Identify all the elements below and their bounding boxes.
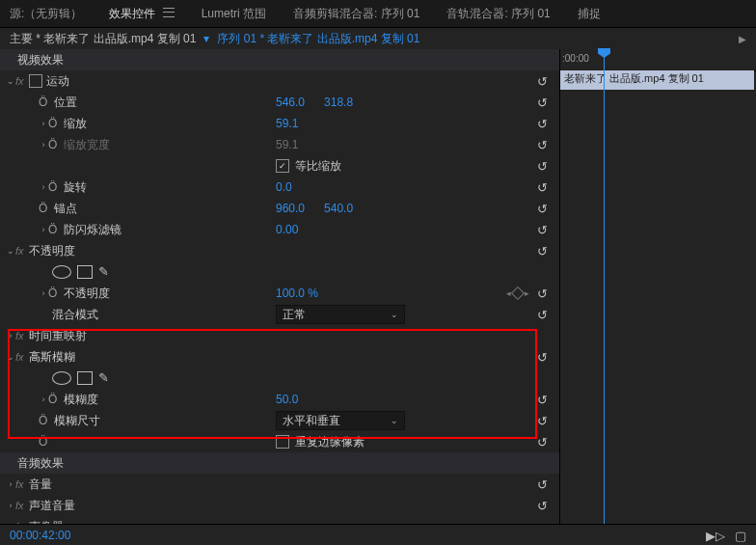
panel-tabs: 源:（无剪辑） 效果控件 Lumetri 范围 音频剪辑混合器: 序列 01 音… [0, 0, 756, 28]
stopwatch-icon[interactable]: Ö [48, 117, 60, 130]
effect-volume[interactable]: ›fx音量 ↺ [0, 474, 560, 495]
stopwatch-icon[interactable]: Ö [48, 180, 60, 194]
select-blend-mode[interactable]: 正常⌄ [276, 305, 405, 324]
stopwatch-icon[interactable]: Ö [48, 223, 60, 236]
value-position-y[interactable]: 318.8 [324, 95, 353, 109]
stopwatch-icon[interactable]: Ö [39, 202, 50, 215]
panel-menu-icon[interactable] [163, 8, 175, 17]
effect-gaussian-blur[interactable]: ⌄fx 高斯模糊 ↺ [0, 346, 560, 368]
effect-motion[interactable]: ⌄fx 运动 ↺ [0, 70, 560, 92]
effect-timeline[interactable]: :00:00 老靳来了 出品版.mp4 复制 01 [560, 49, 756, 524]
prop-uniform-scale: ✓等比缩放 ↺ [0, 155, 560, 177]
prop-anchor: Ö 锚点 960.0540.0 ↺ [0, 198, 560, 219]
ellipse-mask-icon[interactable] [52, 265, 71, 279]
effect-opacity[interactable]: ⌄fx 不透明度 ↺ [0, 240, 560, 261]
tab-audio-track-mixer[interactable]: 音轨混合器: 序列 01 [446, 6, 550, 22]
footer: 00:00:42:00 ▶▷ ▢ [0, 524, 756, 545]
effect-channel-volume[interactable]: ›fx声道音量 ↺ [0, 495, 560, 516]
gauss-masks: ✎ [0, 368, 560, 389]
reset-icon[interactable]: ↺ [533, 74, 551, 88]
prop-opacity-value: ›Ö 不透明度 100.0 % ◂▸ ↺ [0, 283, 560, 304]
value-antiflicker[interactable]: 0.00 [276, 223, 298, 236]
prop-blurriness: ›Ö 模糊度 50.0 ↺ [0, 389, 560, 410]
reset-icon[interactable]: ↺ [533, 350, 551, 364]
effect-time-remap[interactable]: ›fx 时间重映射 [0, 325, 560, 346]
tab-effect-controls[interactable]: 效果控件 [109, 6, 174, 22]
checkbox-repeat-edge[interactable] [276, 435, 289, 449]
clip-bar[interactable]: 老靳来了 出品版.mp4 复制 01 [560, 70, 754, 90]
reset-icon[interactable]: ↺ [533, 159, 551, 173]
tab-capture[interactable]: 捕捉 [578, 6, 601, 22]
value-blurriness[interactable]: 50.0 [276, 393, 298, 406]
audio-effects-header: 音频效果 [0, 452, 560, 474]
motion-box-icon[interactable] [29, 74, 42, 88]
stopwatch-icon[interactable]: Ö [48, 393, 60, 406]
reset-icon[interactable]: ↺ [533, 435, 551, 449]
stopwatch-icon[interactable]: Ö [48, 286, 60, 300]
prop-position: Ö 位置 546.0318.8 ↺ [0, 92, 560, 113]
pen-mask-icon[interactable]: ✎ [98, 266, 110, 278]
reset-icon[interactable]: ↺ [533, 499, 551, 512]
reset-icon[interactable]: ↺ [533, 138, 551, 151]
value-scale-width: 59.1 [276, 138, 298, 151]
rect-mask-icon[interactable] [77, 265, 93, 279]
reset-icon[interactable]: ↺ [533, 223, 551, 236]
reset-icon[interactable]: ↺ [533, 477, 551, 491]
section-label: 视频效果 [6, 52, 64, 68]
clip-path-header: 主要 * 老靳来了 出品版.mp4 复制 01 ▾ 序列 01 * 老靳来了 出… [0, 28, 756, 49]
play-icon[interactable]: ▶▷ [706, 529, 725, 543]
section-label: 音频效果 [6, 455, 64, 472]
chevron-down-icon[interactable]: ▾ [203, 32, 209, 45]
keyframe-nav[interactable]: ◂▸ [506, 288, 529, 298]
value-anchor-y[interactable]: 540.0 [324, 202, 353, 215]
opacity-masks: ✎ [0, 261, 560, 283]
prop-repeat-edge: Ö 重复边缘像素 ↺ [0, 431, 560, 452]
effect-panner[interactable]: ›fx声像器 [0, 516, 560, 524]
sequence-clip-path[interactable]: 序列 01 * 老靳来了 出品版.mp4 复制 01 [217, 31, 419, 47]
stopwatch-icon[interactable]: Ö [39, 435, 50, 449]
prop-scale: ›Ö 缩放 59.1 ↺ [0, 113, 560, 134]
tab-lumetri[interactable]: Lumetri 范围 [202, 6, 266, 22]
value-position-x[interactable]: 546.0 [276, 95, 305, 109]
effect-controls-panel: 视频效果 ⌄fx 运动 ↺ Ö 位置 546.0318.8 ↺ ›Ö 缩放 59… [0, 49, 560, 524]
prop-blur-dims: Ö 模糊尺寸 水平和垂直⌄ ↺ [0, 410, 560, 431]
export-icon[interactable]: ▢ [735, 529, 746, 543]
prop-antiflicker: ›Ö 防闪烁滤镜 0.00 ↺ [0, 219, 560, 240]
stopwatch-icon[interactable]: Ö [39, 95, 50, 109]
stopwatch-icon: Ö [48, 138, 60, 151]
tab-source[interactable]: 源:（无剪辑） [10, 6, 82, 22]
reset-icon[interactable]: ↺ [533, 393, 551, 406]
time-ruler[interactable]: :00:00 [560, 49, 756, 71]
prop-rotation: ›Ö 旋转 0.0 ↺ [0, 177, 560, 198]
rect-mask-icon[interactable] [77, 371, 93, 385]
tab-audio-clip-mixer[interactable]: 音频剪辑混合器: 序列 01 [293, 6, 419, 22]
value-anchor-x[interactable]: 960.0 [276, 202, 305, 215]
prop-scale-width: ›Ö 缩放宽度 59.1 ↺ [0, 134, 560, 155]
playhead[interactable] [604, 49, 605, 524]
prop-blend-mode: 混合模式 正常⌄ ↺ [0, 304, 560, 325]
reset-icon[interactable]: ↺ [533, 180, 551, 194]
reset-icon[interactable]: ↺ [533, 244, 551, 258]
reset-icon[interactable]: ↺ [533, 308, 551, 321]
checkbox-uniform-scale[interactable]: ✓ [276, 159, 289, 173]
pen-mask-icon[interactable]: ✎ [98, 372, 110, 384]
ruler-timecode: :00:00 [562, 53, 589, 64]
stopwatch-icon[interactable]: Ö [39, 414, 50, 427]
reset-icon[interactable]: ↺ [533, 414, 551, 427]
video-effects-header: 视频效果 [0, 49, 560, 70]
value-opacity[interactable]: 100.0 % [276, 286, 318, 300]
reset-icon[interactable]: ↺ [533, 202, 551, 215]
go-to-indicator[interactable]: ▶ [739, 34, 746, 44]
value-scale[interactable]: 59.1 [276, 117, 298, 130]
value-rotation[interactable]: 0.0 [276, 180, 292, 194]
ellipse-mask-icon[interactable] [52, 371, 71, 385]
reset-icon[interactable]: ↺ [533, 95, 551, 109]
current-timecode[interactable]: 00:00:42:00 [10, 529, 70, 542]
master-clip-path[interactable]: 主要 * 老靳来了 出品版.mp4 复制 01 [10, 31, 196, 47]
reset-icon[interactable]: ↺ [533, 117, 551, 130]
select-blur-dims[interactable]: 水平和垂直⌄ [276, 411, 405, 430]
reset-icon[interactable]: ↺ [533, 286, 551, 300]
